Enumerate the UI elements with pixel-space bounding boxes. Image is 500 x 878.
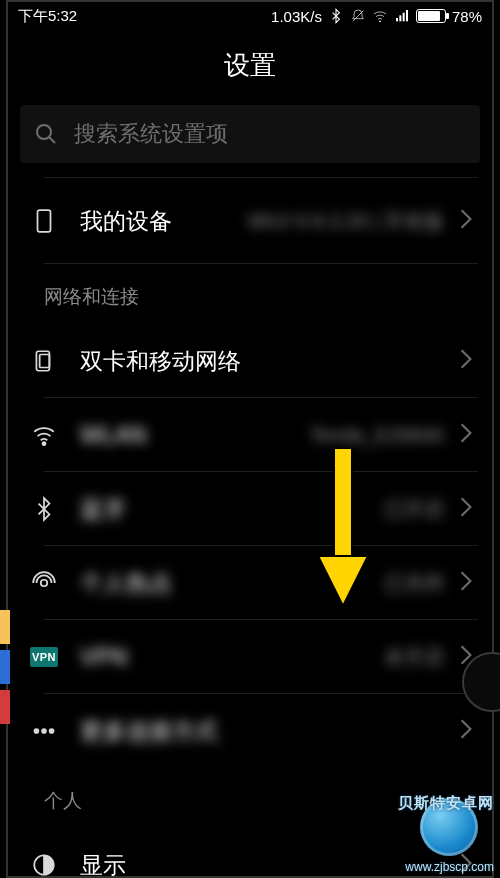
- row-value: MIUI 9 8.3.29 | 开发版: [248, 208, 444, 235]
- bluetooth-icon: [328, 8, 344, 24]
- row-display[interactable]: 显示: [8, 828, 492, 878]
- sim-icon: [31, 348, 57, 374]
- svg-point-14: [42, 729, 46, 733]
- row-vpn[interactable]: VPN VPN 未开启: [8, 620, 492, 694]
- row-value: 已开启: [384, 496, 444, 523]
- row-value: Tenda_E20840: [309, 424, 444, 447]
- row-value: 未开启: [384, 644, 444, 671]
- row-hotspot[interactable]: 个人热点 已关闭: [8, 546, 492, 620]
- hotspot-icon: [31, 570, 57, 596]
- row-label: 我的设备: [80, 206, 248, 237]
- search-icon: [34, 122, 58, 146]
- settings-list: 我的设备 MIUI 9 8.3.29 | 开发版 网络和连接 双卡和移动网络 W…: [8, 177, 492, 878]
- row-wlan[interactable]: WLAN Tenda_E20840: [8, 398, 492, 472]
- edge-tab: [0, 650, 10, 684]
- row-bluetooth[interactable]: 蓝牙 已开启: [8, 472, 492, 546]
- chevron-right-icon: [454, 570, 478, 596]
- row-label: 更多连接方式: [80, 716, 454, 747]
- status-bar: 下午5:32 1.03K/s 78%: [8, 2, 492, 30]
- svg-point-13: [34, 729, 38, 733]
- chevron-right-icon: [454, 718, 478, 744]
- svg-point-15: [50, 729, 54, 733]
- search-bar[interactable]: [20, 105, 480, 163]
- svg-point-12: [41, 580, 48, 587]
- vpn-icon: VPN: [30, 647, 58, 667]
- row-label: 显示: [80, 850, 454, 879]
- status-time: 下午5:32: [18, 7, 77, 26]
- row-label: VPN: [80, 644, 384, 671]
- svg-line-7: [49, 137, 55, 143]
- chevron-right-icon: [454, 852, 478, 878]
- section-personal: 个人: [8, 768, 492, 828]
- wifi-icon: [372, 8, 388, 24]
- row-value: 已关闭: [384, 570, 444, 597]
- chevron-right-icon: [454, 348, 478, 374]
- bluetooth-icon: [31, 496, 57, 522]
- edge-tab: [0, 610, 10, 644]
- chevron-right-icon: [454, 422, 478, 448]
- svg-rect-8: [38, 210, 51, 232]
- battery-percent: 78%: [452, 8, 482, 25]
- svg-point-1: [379, 20, 381, 22]
- svg-rect-2: [396, 18, 398, 21]
- chevron-right-icon: [454, 208, 478, 234]
- row-sim[interactable]: 双卡和移动网络: [8, 324, 492, 398]
- row-label: 个人热点: [80, 568, 384, 599]
- edge-tab: [0, 690, 10, 724]
- row-my-device[interactable]: 我的设备 MIUI 9 8.3.29 | 开发版: [8, 178, 492, 264]
- dnd-icon: [350, 8, 366, 24]
- brightness-icon: [31, 852, 57, 878]
- row-label: 蓝牙: [80, 494, 384, 525]
- svg-rect-3: [399, 15, 401, 21]
- svg-rect-10: [40, 355, 50, 368]
- search-input[interactable]: [74, 121, 466, 147]
- phone-icon: [31, 208, 57, 234]
- battery-icon: [416, 9, 446, 23]
- svg-rect-5: [406, 10, 408, 21]
- row-label: WLAN: [80, 422, 309, 449]
- row-label: 双卡和移动网络: [80, 346, 454, 377]
- row-more-connections[interactable]: 更多连接方式: [8, 694, 492, 768]
- more-icon: [31, 718, 57, 744]
- section-network: 网络和连接: [8, 264, 492, 324]
- svg-rect-4: [403, 13, 405, 22]
- wifi-icon: [31, 422, 57, 448]
- signal-icon: [394, 8, 410, 24]
- svg-point-11: [42, 442, 45, 445]
- svg-point-6: [37, 125, 51, 139]
- chevron-right-icon: [454, 496, 478, 522]
- page-title: 设置: [8, 30, 492, 105]
- status-netspeed: 1.03K/s: [271, 8, 322, 25]
